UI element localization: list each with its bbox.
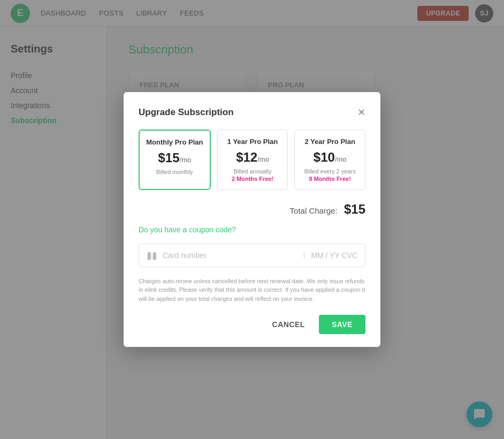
plan-option-monthly[interactable]: Monthly Pro Plan $15/mo Billed monthly (139, 130, 211, 190)
plan-2year-promo: 8 Months Free! (300, 176, 360, 182)
card-input-row: ▮▮ Card number ⁝ MM / YY CVC (139, 244, 365, 267)
upgrade-modal: Upgrade Subscription ✕ Monthly Pro Plan … (124, 92, 380, 347)
plan-monthly-billing: Billed monthly (145, 169, 204, 175)
modal-footer: CANCEL SAVE (139, 315, 365, 334)
plan-options: Monthly Pro Plan $15/mo Billed monthly 1… (139, 130, 365, 190)
coupon-link[interactable]: Do you have a coupon code? (139, 225, 365, 234)
modal-close-button[interactable]: ✕ (357, 108, 365, 117)
card-grid-icon: ⁝ (303, 250, 306, 260)
modal-header: Upgrade Subscription ✕ (139, 107, 365, 118)
plan-2year-billing: Billed every 2 years (300, 168, 360, 175)
plan-option-1year[interactable]: 1 Year Pro Plan $12/mo Billed annually 2… (217, 130, 288, 190)
notice-text: Charges auto-renew unless cancelled befo… (139, 277, 365, 304)
modal-overlay: Upgrade Subscription ✕ Monthly Pro Plan … (0, 0, 504, 439)
plan-1year-price: $12/mo (223, 150, 282, 165)
plan-1year-billing: Billed annually (223, 168, 282, 175)
card-icon: ▮▮ (147, 249, 157, 261)
save-button[interactable]: SAVE (319, 315, 365, 334)
plan-option-2year[interactable]: 2 Year Pro Plan $10/mo Billed every 2 ye… (294, 130, 365, 190)
cancel-button[interactable]: CANCEL (265, 316, 312, 333)
plan-monthly-price: $15/mo (145, 150, 204, 165)
total-amount: $15 (344, 202, 365, 216)
total-charge-row: Total Charge: $15 (139, 202, 365, 217)
plan-2year-price: $10/mo (300, 150, 360, 165)
modal-title: Upgrade Subscription (139, 107, 234, 118)
total-label: Total Charge: (290, 206, 338, 215)
plan-1year-promo: 2 Months Free! (223, 176, 282, 182)
card-date-cvc[interactable]: MM / YY CVC (311, 251, 357, 260)
plan-monthly-name: Monthly Pro Plan (145, 138, 204, 146)
card-number-placeholder[interactable]: Card number (163, 251, 297, 260)
plan-2year-name: 2 Year Pro Plan (300, 138, 360, 146)
plan-1year-name: 1 Year Pro Plan (223, 138, 282, 146)
